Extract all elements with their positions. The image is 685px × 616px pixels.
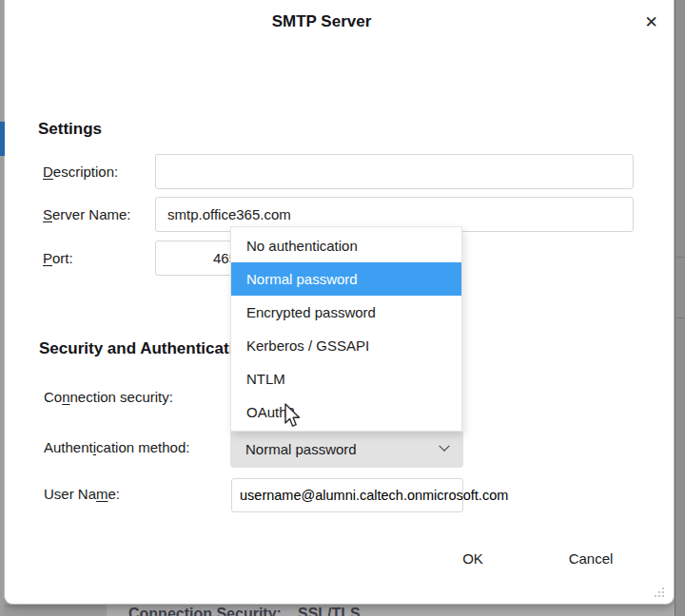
description-label: Description:: [43, 164, 118, 180]
background-sidebar-fragment: [0, 605, 107, 616]
user-name-label: User Name:: [44, 486, 120, 502]
scrollbar-thumb-edge: [675, 318, 685, 318]
user-name-value: username@alumni.caltech.onmicrosoft.com: [232, 488, 508, 503]
dropdown-option-ntlm[interactable]: NTLM: [231, 362, 461, 395]
dropdown-option-oauth2[interactable]: OAuth2: [231, 395, 461, 429]
dropdown-option-encrypted-password[interactable]: Encrypted password: [231, 296, 461, 329]
ok-button[interactable]: OK: [433, 544, 513, 572]
close-icon: ✕: [644, 13, 657, 31]
settings-heading: Settings: [38, 120, 102, 139]
chevron-down-icon: [439, 441, 449, 452]
window-left-edge: [0, 0, 4, 616]
dropdown-option-no-authentication[interactable]: No authentication: [231, 229, 461, 262]
security-heading: Security and Authentication: [39, 339, 253, 358]
description-input[interactable]: [155, 154, 634, 189]
scrollbar-thumb-edge: [675, 257, 685, 258]
server-name-label: Server Name:: [43, 206, 131, 222]
scrollbar-track[interactable]: [675, 0, 685, 616]
authentication-method-label: Authentication method:: [44, 439, 189, 455]
category-indicator-bar: [0, 122, 5, 156]
dropdown-option-kerberos-gssapi[interactable]: Kerberos / GSSAPI: [231, 329, 461, 362]
dialog-title: SMTP Server: [0, 12, 643, 31]
cancel-button[interactable]: Cancel: [550, 544, 632, 572]
resize-grip[interactable]: [653, 586, 666, 599]
auth-method-select[interactable]: Normal password: [230, 430, 463, 468]
background-connection-security-value: SSL/TLS: [298, 606, 361, 616]
connection-security-label: Connection security:: [44, 389, 173, 405]
auth-method-selected-value: Normal password: [245, 441, 357, 457]
port-label: Port:: [43, 250, 73, 266]
close-button[interactable]: ✕: [638, 10, 664, 35]
user-name-input[interactable]: username@alumni.caltech.onmicrosoft.com: [231, 478, 463, 512]
auth-method-dropdown: No authentication Normal password Encryp…: [230, 226, 462, 432]
background-connection-security-label: Connection Security:: [128, 606, 282, 616]
dropdown-option-normal-password[interactable]: Normal password: [231, 262, 461, 296]
